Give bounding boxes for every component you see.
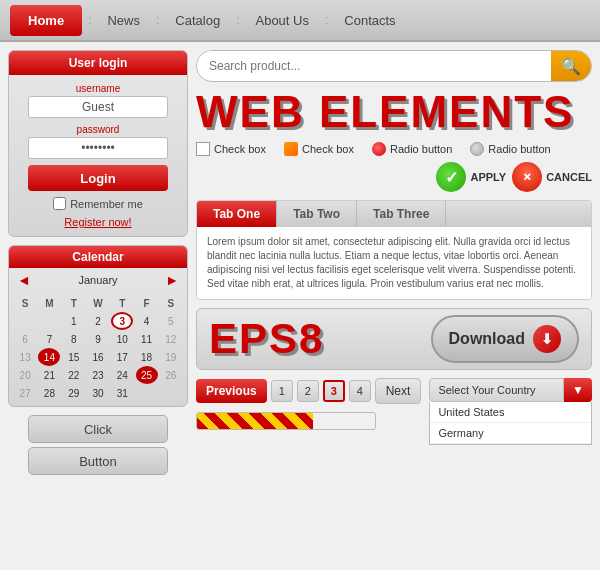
nav-contacts[interactable]: Contacts xyxy=(334,13,405,28)
radio2-group: Radio button xyxy=(470,142,550,156)
country-dropdown-arrow[interactable]: ▼ xyxy=(564,378,592,402)
x-icon: + xyxy=(506,156,548,198)
remember-label: Remember me xyxy=(70,198,143,210)
nav-sep-4: : xyxy=(325,13,328,27)
cal-week-1: 1 2 3 4 5 xyxy=(13,312,183,330)
login-button[interactable]: Login xyxy=(28,165,168,191)
country-option-us[interactable]: United States xyxy=(430,402,591,423)
radio2-label: Radio button xyxy=(488,143,550,155)
download-icon: ⬇ xyxy=(533,325,561,353)
page-1[interactable]: 1 xyxy=(271,380,293,402)
remember-checkbox[interactable] xyxy=(53,197,66,210)
login-box: User login username password Login Remem… xyxy=(8,50,188,237)
bottom-row: Previous 1 2 3 4 Next Select Your Countr… xyxy=(196,378,592,445)
download-button[interactable]: Download ⬇ xyxy=(431,315,579,363)
password-input[interactable] xyxy=(28,137,168,159)
calendar-box: Calendar ◄ January ► S M T W T F S xyxy=(8,245,188,407)
prev-button[interactable]: Previous xyxy=(196,379,267,403)
eps-label: EPS8 xyxy=(209,315,324,363)
cal-day-t1: T xyxy=(63,294,85,312)
main-content: User login username password Login Remem… xyxy=(0,42,600,487)
click-button[interactable]: Click xyxy=(28,415,168,443)
checkbox1-label: Check box xyxy=(214,143,266,155)
tab-header: Tab One Tab Two Tab Three xyxy=(197,201,591,227)
checkbox2[interactable] xyxy=(284,142,298,156)
nav-catalog[interactable]: Catalog xyxy=(165,13,230,28)
right-panel: 🔍 WEB ELEMENTS Check box Check box Radio… xyxy=(196,50,592,479)
cal-next-arrow[interactable]: ► xyxy=(165,272,179,288)
checkbox2-group: Check box xyxy=(284,142,354,156)
login-title: User login xyxy=(9,51,187,75)
cal-header-row: S M T W T F S xyxy=(13,294,183,312)
eps-download-row: EPS8 Download ⬇ xyxy=(196,308,592,370)
page-2[interactable]: 2 xyxy=(297,380,319,402)
cal-day-m: M xyxy=(38,294,60,312)
nav-bar: Home : News : Catalog : About Us : Conta… xyxy=(0,0,600,42)
download-label: Download xyxy=(449,330,525,348)
cal-prev-arrow[interactable]: ◄ xyxy=(17,272,31,288)
tab-one[interactable]: Tab One xyxy=(197,201,277,227)
radio1[interactable] xyxy=(372,142,386,156)
tab-content: Lorem ipsum dolor sit amet, consectetur … xyxy=(197,227,591,299)
cal-day-t2: T xyxy=(111,294,133,312)
cal-day-f: F xyxy=(136,294,158,312)
check-icon: ✓ xyxy=(436,162,466,192)
nav-about[interactable]: About Us xyxy=(245,13,318,28)
country-dropdown-header-row: Select Your Country ▼ xyxy=(429,378,592,402)
form-elements-section: Check box Check box Radio button Radio b… xyxy=(196,142,592,192)
radio1-group: Radio button xyxy=(372,142,452,156)
button-button[interactable]: Button xyxy=(28,447,168,475)
calendar-title: Calendar xyxy=(9,246,187,268)
page-3[interactable]: 3 xyxy=(323,380,345,402)
nav-sep-1: : xyxy=(88,13,91,27)
register-link[interactable]: Register now! xyxy=(9,216,187,228)
cal-week-2: 6 7 8 9 10 11 12 xyxy=(13,330,183,348)
tab-three[interactable]: Tab Three xyxy=(357,201,446,227)
cal-week-3: 13 14 15 16 17 18 19 xyxy=(13,348,183,366)
nav-news[interactable]: News xyxy=(97,13,150,28)
nav-sep-2: : xyxy=(156,13,159,27)
cal-month-label: January xyxy=(78,274,117,286)
nav-sep-3: : xyxy=(236,13,239,27)
username-input[interactable] xyxy=(28,96,168,118)
left-panel: User login username password Login Remem… xyxy=(8,50,188,479)
country-options-list: United States Germany xyxy=(429,402,592,445)
country-dropdown: Select Your Country ▼ United States Germ… xyxy=(429,378,592,445)
pagination-progress: Previous 1 2 3 4 Next xyxy=(196,378,421,430)
radio1-label: Radio button xyxy=(390,143,452,155)
search-button[interactable]: 🔍 xyxy=(551,51,591,81)
tabs-section: Tab One Tab Two Tab Three Lorem ipsum do… xyxy=(196,200,592,300)
remember-row: Remember me xyxy=(9,197,187,210)
country-option-de[interactable]: Germany xyxy=(430,423,591,444)
pagination: Previous 1 2 3 4 Next xyxy=(196,378,421,404)
nav-home-button[interactable]: Home xyxy=(10,5,82,36)
tab-two[interactable]: Tab Two xyxy=(277,201,357,227)
search-bar: 🔍 xyxy=(196,50,592,82)
progress-fill xyxy=(197,413,313,429)
page-4[interactable]: 4 xyxy=(349,380,371,402)
apply-button[interactable]: ✓ APPLY xyxy=(436,162,506,192)
progress-bar xyxy=(196,412,376,430)
cal-week-4: 20 21 22 23 24 25 26 xyxy=(13,366,183,384)
calendar-grid: S M T W T F S 1 2 3 4 5 xyxy=(9,292,187,406)
country-select-header[interactable]: Select Your Country xyxy=(429,378,564,402)
apply-cancel-section: ✓ APPLY + CANCEL xyxy=(436,162,592,192)
calendar-month-row: ◄ January ► xyxy=(9,268,187,292)
cal-day-w: W xyxy=(87,294,109,312)
checkbox1[interactable] xyxy=(196,142,210,156)
radio2[interactable] xyxy=(470,142,484,156)
cal-day-s2: S xyxy=(160,294,182,312)
username-label: username xyxy=(9,83,187,94)
cal-week-5: 27 28 29 30 31 xyxy=(13,384,183,402)
apply-label: APPLY xyxy=(470,171,506,183)
checkbox1-group: Check box xyxy=(196,142,266,156)
search-icon: 🔍 xyxy=(561,57,581,76)
cancel-label: CANCEL xyxy=(546,171,592,183)
password-label: password xyxy=(9,124,187,135)
next-button[interactable]: Next xyxy=(375,378,422,404)
cal-day-s1: S xyxy=(14,294,36,312)
search-input[interactable] xyxy=(197,51,551,81)
web-elements-title: WEB ELEMENTS xyxy=(196,90,592,134)
checkbox2-label: Check box xyxy=(302,143,354,155)
cancel-button[interactable]: + CANCEL xyxy=(512,162,592,192)
